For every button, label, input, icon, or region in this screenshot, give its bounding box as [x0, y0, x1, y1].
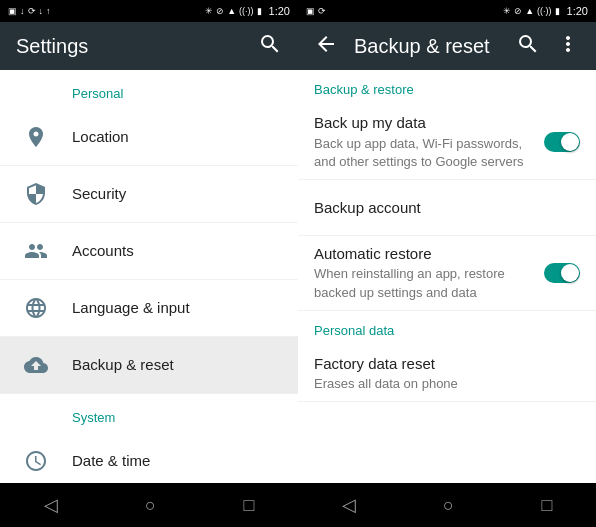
language-item[interactable]: Language & input: [0, 280, 298, 337]
security-icon: [24, 182, 48, 206]
automatic-restore-text: Automatic restore When reinstalling an a…: [314, 244, 544, 302]
battery-icon: ▮: [257, 6, 262, 16]
automatic-restore-title: Automatic restore: [314, 244, 544, 264]
sim-icon: ▣: [8, 6, 17, 16]
language-label: Language & input: [72, 298, 282, 318]
accounts-icon-wrap: [16, 231, 56, 271]
backup-icon: [24, 353, 48, 377]
download-icon: ↓: [39, 6, 44, 16]
datetime-icon-wrap: [16, 441, 56, 481]
wifi-status-icon: ↓: [20, 6, 25, 16]
right-nosim-icon: ⊘: [514, 6, 522, 16]
accounts-item[interactable]: Accounts: [0, 223, 298, 280]
backup-my-data-toggle-thumb: [561, 133, 579, 151]
home-nav-button[interactable]: ○: [121, 487, 180, 524]
backup-item[interactable]: Backup & reset: [0, 337, 298, 394]
time-display: 1:20: [269, 5, 290, 17]
upload-icon: ↑: [46, 6, 51, 16]
status-bar-left: ▣ ↓ ⟳ ↓ ↑ ✳ ⊘ ▲ ((·)) ▮ 1:20: [0, 0, 298, 22]
location-label: Location: [72, 127, 282, 147]
personal-section-header: Personal: [0, 70, 298, 109]
more-vert-icon: [556, 32, 580, 56]
back-nav-button[interactable]: ◁: [20, 486, 82, 524]
recent-nav-button[interactable]: □: [219, 487, 278, 524]
backup-my-data-text: Back up my data Back up app data, Wi-Fi …: [314, 113, 544, 171]
security-icon-wrap: [16, 174, 56, 214]
right-wifi-icon: ((·)): [537, 6, 552, 16]
language-icon: [24, 296, 48, 320]
datetime-text: Date & time: [72, 451, 282, 471]
right-recent-nav-button[interactable]: □: [517, 487, 576, 524]
security-label: Security: [72, 184, 282, 204]
location-text: Location: [72, 127, 282, 147]
factory-reset-title: Factory data reset: [314, 354, 580, 374]
settings-list: Personal Location Security: [0, 70, 298, 483]
sync-icon: ⟳: [28, 6, 36, 16]
right-home-nav-button[interactable]: ○: [419, 487, 478, 524]
security-item[interactable]: Security: [0, 166, 298, 223]
left-app-bar: Settings: [0, 22, 298, 70]
settings-title: Settings: [16, 35, 242, 58]
datetime-label: Date & time: [72, 451, 282, 471]
right-sim-icon: ▣: [306, 6, 315, 16]
automatic-restore-item[interactable]: Automatic restore When reinstalling an a…: [298, 236, 596, 311]
status-bar-left-icons: ▣ ↓ ⟳ ↓ ↑: [8, 6, 51, 16]
right-status-left-icons: ▣ ⟳: [306, 6, 326, 16]
datetime-item[interactable]: Date & time: [0, 433, 298, 483]
backup-label: Backup & reset: [72, 355, 282, 375]
location-item[interactable]: Location: [0, 109, 298, 166]
nosim-icon: ⊘: [216, 6, 224, 16]
backup-icon-wrap: [16, 345, 56, 385]
personal-data-section-header: Personal data: [298, 311, 596, 346]
automatic-restore-toggle[interactable]: [544, 263, 580, 283]
status-bar-right: ▣ ⟳ ✳ ⊘ ▲ ((·)) ▮ 1:20: [298, 0, 596, 22]
backup-reset-title: Backup & reset: [354, 35, 500, 58]
backup-my-data-item[interactable]: Back up my data Back up app data, Wi-Fi …: [298, 105, 596, 180]
automatic-restore-toggle-thumb: [561, 264, 579, 282]
backup-my-data-toggle[interactable]: [544, 132, 580, 152]
accounts-icon: [24, 239, 48, 263]
language-text: Language & input: [72, 298, 282, 318]
right-nav-bar: ◁ ○ □: [298, 483, 596, 527]
language-icon-wrap: [16, 288, 56, 328]
location-icon: [24, 125, 48, 149]
right-battery-icon: ▮: [555, 6, 560, 16]
backup-restore-section-header: Backup & restore: [298, 70, 596, 105]
search-icon: [258, 32, 282, 56]
back-arrow-icon: [314, 32, 338, 56]
right-signal-icon: ▲: [525, 6, 534, 16]
right-time-display: 1:20: [567, 5, 588, 17]
backup-account-text: Backup account: [314, 198, 580, 218]
right-search-icon: [516, 32, 540, 56]
accounts-label: Accounts: [72, 241, 282, 261]
left-panel: ▣ ↓ ⟳ ↓ ↑ ✳ ⊘ ▲ ((·)) ▮ 1:20 Settings Pe…: [0, 0, 298, 527]
backup-text: Backup & reset: [72, 355, 282, 375]
security-text: Security: [72, 184, 282, 204]
right-bluetooth-icon: ✳: [503, 6, 511, 16]
right-sync-icon: ⟳: [318, 6, 326, 16]
search-button[interactable]: [258, 32, 282, 61]
status-bar-right-icons: ✳ ⊘ ▲ ((·)) ▮ 1:20: [205, 5, 290, 17]
right-app-bar: Backup & reset: [298, 22, 596, 70]
factory-reset-subtitle: Erases all data on phone: [314, 375, 580, 393]
factory-reset-text: Factory data reset Erases all data on ph…: [314, 354, 580, 394]
automatic-restore-subtitle: When reinstalling an app, restore backed…: [314, 265, 544, 301]
right-status-right-icons: ✳ ⊘ ▲ ((·)) ▮ 1:20: [503, 5, 588, 17]
backup-my-data-subtitle: Back up app data, Wi-Fi passwords, and o…: [314, 135, 544, 171]
right-search-button[interactable]: [516, 32, 540, 61]
left-nav-bar: ◁ ○ □: [0, 483, 298, 527]
bluetooth-icon: ✳: [205, 6, 213, 16]
wifi-icon: ((·)): [239, 6, 254, 16]
system-section-header: System: [0, 394, 298, 433]
accounts-text: Accounts: [72, 241, 282, 261]
right-panel: ▣ ⟳ ✳ ⊘ ▲ ((·)) ▮ 1:20 Backup & reset: [298, 0, 596, 527]
location-icon-wrap: [16, 117, 56, 157]
backup-account-title: Backup account: [314, 198, 580, 218]
more-options-button[interactable]: [556, 32, 580, 61]
back-button[interactable]: [314, 32, 338, 61]
backup-account-item[interactable]: Backup account: [298, 180, 596, 236]
right-back-nav-button[interactable]: ◁: [318, 486, 380, 524]
backup-reset-content: Backup & restore Back up my data Back up…: [298, 70, 596, 483]
backup-my-data-title: Back up my data: [314, 113, 544, 133]
factory-reset-item[interactable]: Factory data reset Erases all data on ph…: [298, 346, 596, 403]
